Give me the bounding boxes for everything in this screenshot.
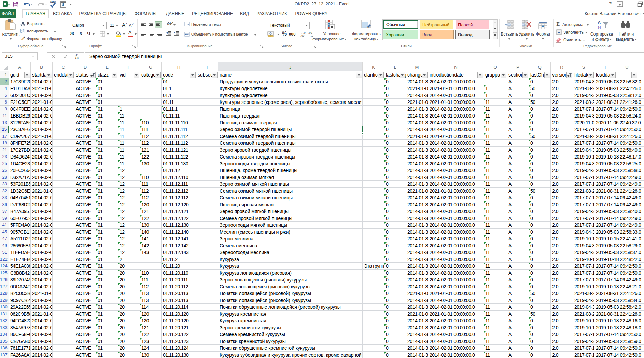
svg-text:,00: ,00	[300, 34, 305, 37]
svg-text:→,0: →,0	[308, 34, 313, 37]
svg-text:≠: ≠	[331, 25, 333, 29]
